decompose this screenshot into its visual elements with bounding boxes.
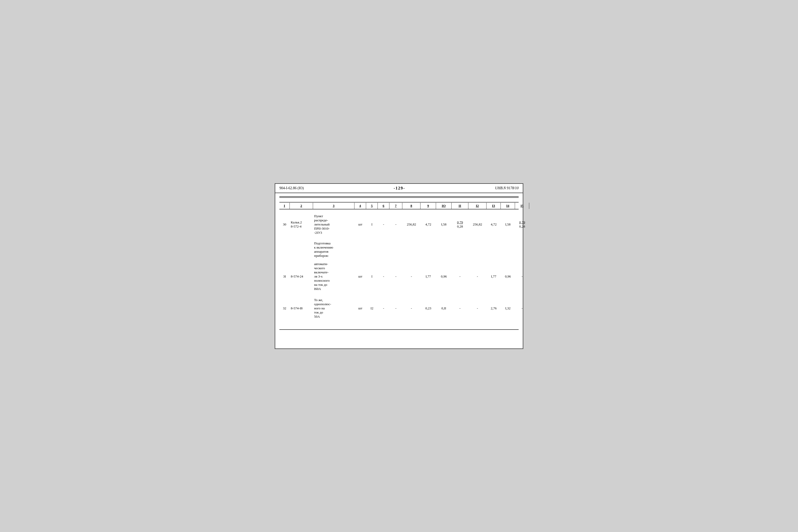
cell-32-10: 0,II	[436, 306, 452, 311]
col-header-6: 6	[378, 203, 390, 209]
cell-32-6: -	[378, 306, 390, 311]
col-header-4: 4	[355, 203, 366, 209]
cell-31-3: автомати-ческоговключате-ля 3-хполюсного…	[313, 262, 355, 291]
cell-32-14: I,32	[501, 306, 515, 311]
col-header-2: 2	[290, 203, 313, 209]
note-text: Подготовкак включениюаппаратовприборов:	[313, 241, 519, 258]
cell-31-9: I,77	[420, 274, 436, 279]
cell-32-2: 8-574-I8	[290, 306, 313, 311]
cell-32-1: 32	[279, 306, 290, 311]
cell-32-3: То же,однополюс-ного наток до50А	[313, 298, 355, 319]
col-header-9: 9	[420, 203, 436, 209]
col-header-14: I4	[501, 203, 515, 209]
header-center: -129-	[394, 186, 405, 191]
cell-30-3: Пунктраспреде-лительныйПРII-3010--2IУ3	[313, 213, 355, 235]
cell-32-8: -	[402, 306, 420, 311]
cell-30-2: Кальк.28-572-4	[290, 220, 313, 229]
cell-32-11: -	[452, 306, 469, 311]
col-header-8: 8	[402, 203, 420, 209]
page: 904-I-62.86 (IO) -129- UHB.N 9178/10 I 2…	[275, 183, 523, 349]
cell-31-6: -	[378, 274, 390, 279]
table-row-31: 3I 8-574-24 автомати-ческоговключате-ля …	[279, 260, 519, 293]
cell-31-7: -	[390, 274, 402, 279]
cell-31-1: 3I	[279, 274, 290, 279]
cell-31-12: -	[469, 274, 487, 279]
cell-32-9: 0,23	[420, 306, 436, 311]
cell-32-12: -	[469, 306, 487, 311]
cell-30-5: I	[366, 222, 378, 227]
cell-30-6: -	[378, 222, 390, 227]
col-header-15: I5	[515, 203, 529, 209]
note-row: Подготовкак включениюаппаратовприборов:	[279, 237, 519, 260]
cell-32-13: 2,76	[487, 306, 501, 311]
cell-32-4: шт	[355, 306, 366, 311]
header-right: UHB.N 9178/10	[495, 186, 519, 190]
col-header-5: 5	[366, 203, 378, 209]
table-container: I 2 3 4 5 6 7 8 9 IO II I2 I3 I4 I5 30 К…	[275, 196, 523, 325]
table-row-32: 32 8-574-I8 То же,однополюс-ного наток д…	[279, 293, 519, 321]
cell-31-11: -	[452, 274, 469, 279]
cell-30-15: 0,790,28	[515, 220, 529, 229]
col-header-3: 3	[313, 203, 355, 209]
cell-30-11: 0,790,28	[452, 220, 469, 229]
col-header-12: I2	[469, 203, 487, 209]
cell-31-2: 8-574-24	[290, 274, 313, 279]
cell-31-5: I	[366, 274, 378, 279]
page-header: 904-I-62.86 (IO) -129- UHB.N 9178/10	[275, 184, 523, 193]
cell-30-7: -	[390, 222, 402, 227]
col-header-7: 7	[390, 203, 402, 209]
table-row-30: 30 Кальк.28-572-4 Пунктраспреде-лительны…	[279, 209, 519, 237]
cell-30-4: шт	[355, 222, 366, 227]
cell-30-13: 4,72	[487, 222, 501, 227]
cell-31-4: шт	[355, 274, 366, 279]
cell-30-9: 4,72	[420, 222, 436, 227]
cell-30-10: I,58	[436, 222, 452, 227]
cell-31-14: 0,96	[501, 274, 515, 279]
col-header-10: IO	[436, 203, 452, 209]
header-left: 904-I-62.86 (IO)	[279, 186, 304, 190]
cell-30-14: I,58	[501, 222, 515, 227]
cell-31-13: I,77	[487, 274, 501, 279]
col-header-13: I3	[487, 203, 501, 209]
cell-32-5: I2	[366, 306, 378, 311]
col-header-11: II	[452, 203, 469, 209]
column-headers: I 2 3 4 5 6 7 8 9 IO II I2 I3 I4 I5	[279, 202, 519, 209]
cell-30-8: 256,82	[402, 222, 420, 227]
cell-31-15: -	[515, 274, 529, 279]
cell-32-7: -	[390, 306, 402, 311]
col-header-1: I	[279, 203, 290, 209]
cell-32-15: -	[515, 306, 529, 311]
cell-30-1: 30	[279, 222, 290, 227]
cell-31-10: 0,96	[436, 274, 452, 279]
double-rule	[279, 196, 519, 198]
cell-31-8: -	[402, 274, 420, 279]
cell-30-12: 256,82	[469, 222, 487, 227]
